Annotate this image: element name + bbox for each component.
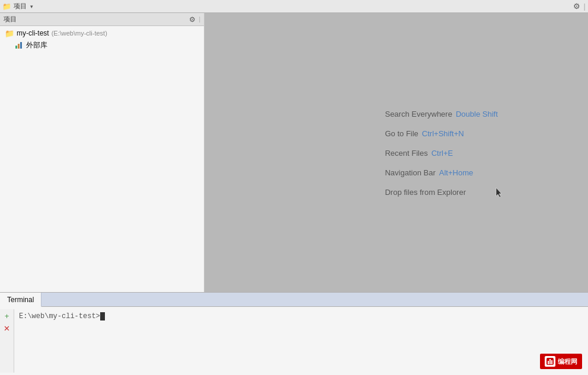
hint-go-to-file: Go to File Ctrl+Shift+N	[385, 129, 497, 137]
terminal-tab-label: Terminal	[7, 296, 34, 304]
project-folder-icon: 📁	[5, 28, 14, 38]
hint-recent-files-label: Recent Files	[385, 148, 427, 157]
top-bar-icons: ⚙ |	[573, 2, 586, 11]
settings-icon[interactable]: ⚙	[573, 2, 580, 11]
hint-recent-files: Recent Files Ctrl+E	[385, 148, 497, 157]
separator-icon: |	[584, 2, 586, 11]
terminal-add-icon[interactable]: +	[5, 312, 9, 320]
external-lib-label: 外部库	[26, 40, 47, 50]
sidebar: 项目 ⚙ | 📁 my-cli-test (E:\web\my-cli-test…	[0, 13, 204, 292]
hint-navigation-bar-shortcut: Alt+Home	[439, 168, 473, 177]
svg-rect-6	[551, 360, 552, 364]
main-area: 项目 ⚙ | 📁 my-cli-test (E:\web\my-cli-test…	[0, 13, 588, 292]
top-bar-label: 项目	[14, 2, 27, 11]
svg-rect-1	[18, 44, 20, 49]
hint-drop-files-label: Drop files from Explorer	[385, 187, 466, 196]
hint-search-everywhere-shortcut: Double Shift	[456, 109, 498, 118]
sidebar-pipe-icon: |	[199, 16, 200, 23]
project-icon: 📁	[2, 2, 11, 11]
dropdown-arrow[interactable]: ▾	[30, 4, 33, 9]
project-path: (E:\web\my-cli-test)	[52, 30, 107, 37]
bottom-panel: Terminal + ✕ E:\web\my-cli-test>	[0, 292, 588, 375]
svg-rect-4	[548, 361, 549, 364]
project-name: my-cli-test	[17, 29, 49, 37]
hint-navigation-bar: Navigation Bar Alt+Home	[385, 168, 497, 177]
terminal-output[interactable]: E:\web\my-cli-test>	[14, 309, 588, 373]
sidebar-header-icons: ⚙ |	[189, 15, 200, 24]
hint-recent-files-shortcut: Ctrl+E	[432, 148, 453, 157]
terminal-prompt: E:\web\my-cli-test>	[19, 312, 100, 320]
watermark-logo	[545, 356, 555, 367]
external-lib-icon	[14, 40, 24, 50]
hint-drop-files: Drop files from Explorer	[385, 187, 497, 196]
sidebar-content: 📁 my-cli-test (E:\web\my-cli-test) 外部库	[0, 26, 204, 292]
hint-search-everywhere: Search Everywhere Double Shift	[385, 109, 497, 118]
terminal-content: + ✕ E:\web\my-cli-test>	[0, 307, 588, 375]
terminal-sidebar: + ✕	[0, 309, 14, 373]
svg-rect-0	[15, 46, 17, 49]
hint-go-to-file-shortcut: Ctrl+Shift+N	[422, 129, 464, 137]
terminal-tab[interactable]: Terminal	[0, 293, 41, 307]
hint-navigation-bar-label: Navigation Bar	[385, 168, 435, 177]
hint-search-everywhere-label: Search Everywhere	[385, 109, 452, 118]
terminal-cursor	[100, 312, 105, 320]
editor-hints: Search Everywhere Double Shift Go to Fil…	[385, 109, 497, 196]
editor-area: Search Everywhere Double Shift Go to Fil…	[204, 13, 588, 292]
external-lib-item[interactable]: 外部库	[0, 39, 204, 51]
watermark: 编程网	[540, 354, 582, 369]
hint-go-to-file-label: Go to File	[385, 129, 418, 137]
watermark-text: 编程网	[558, 357, 577, 366]
sidebar-settings-icon[interactable]: ⚙	[189, 15, 196, 24]
top-bar: 📁 项目 ▾ ⚙ |	[0, 0, 588, 13]
sidebar-header-label: 项目	[4, 15, 17, 24]
terminal-tab-bar: Terminal	[0, 293, 588, 307]
terminal-close-icon[interactable]: ✕	[4, 324, 10, 333]
svg-rect-2	[20, 42, 22, 49]
svg-rect-5	[549, 359, 551, 364]
project-root-item[interactable]: 📁 my-cli-test (E:\web\my-cli-test)	[0, 27, 204, 39]
sidebar-header: 项目 ⚙ |	[0, 13, 204, 26]
terminal-line: E:\web\my-cli-test>	[19, 310, 583, 322]
